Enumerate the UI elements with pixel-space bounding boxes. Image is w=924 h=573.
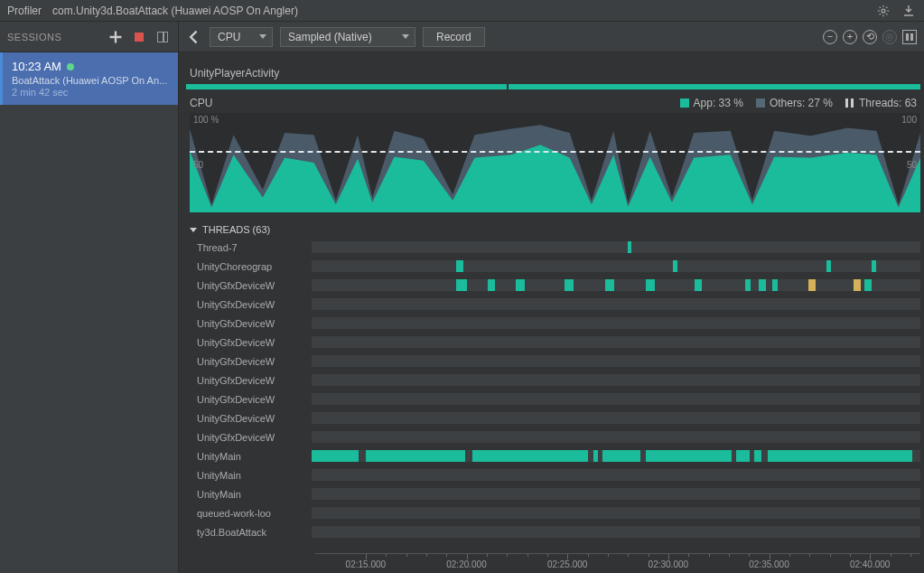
thread-row[interactable]: UnityGfxDeviceW	[190, 409, 924, 427]
legend-swatch-threads	[845, 99, 854, 108]
thread-label: UnityGfxDeviceW	[190, 299, 312, 310]
download-icon[interactable]	[901, 3, 917, 19]
svg-line-8	[886, 6, 887, 7]
thread-label: UnityChoreograp	[190, 261, 312, 272]
category-select[interactable]: CPU	[210, 27, 273, 47]
thread-label: UnityGfxDeviceW	[190, 337, 312, 348]
chevron-down-icon	[259, 34, 266, 39]
thread-row[interactable]: Thread-7	[190, 238, 924, 257]
svg-point-0	[882, 9, 885, 13]
sessions-header: SESSIONS	[7, 32, 61, 42]
thread-label: UnityGfxDeviceW	[190, 394, 312, 405]
thread-row[interactable]: UnityGfxDeviceW	[190, 371, 924, 390]
thread-label: queued-work-loo	[190, 508, 312, 519]
thread-label: ty3d.BoatAttack	[190, 527, 312, 538]
time-axis: 02:15.00002:20.00002:25.00002:30.00002:3…	[315, 553, 920, 573]
thread-label: UnityGfxDeviceW	[190, 432, 312, 443]
thread-row[interactable]: UnityMain	[190, 465, 924, 484]
thread-row[interactable]: queued-work-loo	[190, 503, 924, 522]
time-tick: 02:35.000	[749, 559, 789, 569]
svg-line-6	[886, 14, 887, 14]
thread-row[interactable]: UnityMain	[190, 484, 924, 503]
thread-row[interactable]: UnityGfxDeviceW	[190, 427, 924, 446]
thread-track[interactable]	[312, 355, 920, 367]
svg-line-7	[880, 14, 881, 14]
session-duration: 2 min 42 sec	[12, 87, 169, 98]
time-tick: 02:25.000	[547, 559, 588, 569]
toolbar: CPU Sampled (Native) Record − + ⟲ ◎	[179, 22, 924, 52]
thread-track[interactable]	[312, 507, 920, 519]
sample-mode-select[interactable]: Sampled (Native)	[280, 27, 415, 47]
thread-track[interactable]	[312, 450, 920, 462]
target-icon[interactable]: ◎	[882, 30, 897, 44]
thread-label: UnityGfxDeviceW	[190, 356, 312, 367]
thread-track[interactable]	[312, 526, 920, 538]
thread-label: UnityGfxDeviceW	[190, 318, 312, 329]
thread-row[interactable]: UnityGfxDeviceW	[190, 276, 924, 295]
plus-icon[interactable]	[107, 29, 124, 45]
thread-track[interactable]	[312, 317, 920, 329]
threads-header[interactable]: THREADS (63)	[190, 221, 924, 238]
thread-track[interactable]	[312, 260, 920, 272]
chevron-down-icon	[402, 34, 409, 39]
thread-row[interactable]: UnityGfxDeviceW	[190, 314, 924, 333]
thread-row[interactable]: ty3d.BoatAttack	[190, 522, 924, 541]
reset-zoom-icon[interactable]: ⟲	[863, 30, 877, 44]
session-item[interactable]: 10:23 AM BoatAttack (Huawei AOSP On An..…	[0, 52, 178, 105]
activity-timeline[interactable]	[186, 84, 920, 89]
pause-button[interactable]	[902, 30, 917, 44]
time-tick: 02:15.000	[346, 559, 387, 569]
thread-track[interactable]	[312, 279, 920, 291]
cpu-legend: App: 33 % Others: 27 % Threads: 63	[680, 97, 917, 109]
thread-row[interactable]: UnityGfxDeviceW	[190, 333, 924, 352]
title-bar: Profiler com.Unity3d.BoatAttack (Huawei …	[0, 0, 924, 22]
thread-label: UnityMain	[190, 451, 312, 462]
gear-icon[interactable]	[875, 3, 891, 19]
thread-row[interactable]: UnityGfxDeviceW	[190, 390, 924, 409]
thread-track[interactable]	[312, 469, 920, 481]
cpu-chart[interactable]: 100 % 50 100 50	[190, 113, 920, 212]
back-icon[interactable]	[186, 29, 202, 45]
thread-track[interactable]	[312, 412, 920, 424]
cpu-title: CPU	[190, 97, 212, 109]
live-dot-icon	[67, 63, 74, 70]
time-tick: 02:30.000	[649, 559, 689, 569]
time-tick: 02:20.000	[446, 559, 487, 569]
thread-track[interactable]	[312, 374, 920, 386]
app-target: com.Unity3d.BoatAttack (Huawei AOSP On A…	[52, 5, 298, 17]
thread-label: UnityMain	[190, 489, 312, 500]
thread-label: UnityGfxDeviceW	[190, 413, 312, 424]
thread-label: UnityGfxDeviceW	[190, 375, 312, 386]
thread-track[interactable]	[312, 298, 920, 310]
thread-label: UnityMain	[190, 470, 312, 481]
sessions-sidebar: SESSIONS 10:23 AM BoatAttack (Huawei AOS…	[0, 22, 179, 573]
threshold-line	[190, 151, 920, 153]
panel-icon[interactable]	[154, 29, 171, 45]
threads-panel: THREADS (63) Thread-7UnityChoreograpUnit…	[186, 221, 924, 550]
svg-line-5	[880, 6, 881, 7]
thread-track[interactable]	[312, 488, 920, 500]
thread-row[interactable]: UnityGfxDeviceW	[190, 295, 924, 314]
thread-track[interactable]	[312, 241, 920, 253]
thread-label: UnityGfxDeviceW	[190, 280, 312, 291]
session-time: 10:23 AM	[12, 60, 61, 73]
thread-track[interactable]	[312, 431, 920, 443]
thread-row[interactable]: UnityMain	[190, 446, 924, 465]
session-name: BoatAttack (Huawei AOSP On An...	[12, 75, 169, 86]
legend-swatch-others	[756, 99, 765, 108]
thread-track[interactable]	[312, 393, 920, 405]
thread-row[interactable]: UnityGfxDeviceW	[190, 352, 924, 371]
thread-label: Thread-7	[190, 242, 312, 253]
thread-track[interactable]	[312, 336, 920, 348]
activity-label: UnityPlayerActivity	[186, 65, 924, 81]
record-button[interactable]: Record	[423, 27, 485, 47]
thread-row[interactable]: UnityChoreograp	[190, 257, 924, 276]
zoom-in-icon[interactable]: +	[843, 30, 857, 44]
zoom-out-icon[interactable]: −	[823, 30, 837, 44]
legend-swatch-app	[680, 99, 689, 108]
time-tick: 02:40.000	[850, 559, 891, 569]
chevron-down-icon	[190, 228, 197, 232]
app-title: Profiler	[7, 5, 42, 17]
stop-icon[interactable]	[131, 29, 147, 45]
